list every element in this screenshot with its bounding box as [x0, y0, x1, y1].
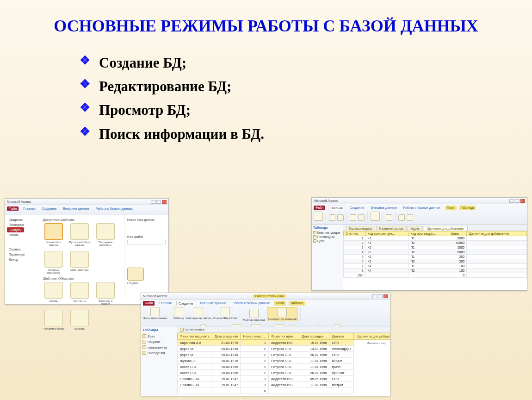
table-row[interactable]: 5К3П1250 [344, 255, 527, 259]
ribbon-button[interactable] [358, 214, 365, 221]
tab-file[interactable]: Файл [314, 206, 325, 210]
template-item[interactable]: Вопросы и задачи [95, 282, 116, 305]
nav-item[interactable]: Посещения [142, 350, 175, 356]
cell[interactable]: 15.06.1998 [299, 340, 329, 346]
cell[interactable]: 5 [344, 255, 366, 259]
cell[interactable]: ОРЗ [329, 376, 354, 382]
column-header[interactable]: Щелкните для добавления [467, 231, 527, 236]
cell[interactable]: 05.05.1998 [299, 376, 329, 382]
cell[interactable] [467, 269, 527, 273]
cell[interactable]: 1 [241, 382, 269, 388]
table-row[interactable]: 0 [178, 388, 390, 394]
tab-external[interactable]: Внешние данные [369, 206, 398, 210]
tab-home[interactable]: Главная [328, 206, 345, 210]
cell[interactable]: П1 [408, 264, 449, 269]
cell[interactable]: 1 [241, 376, 269, 382]
ribbon-button[interactable]: Части приложения [143, 307, 167, 319]
ribbon-button[interactable] [398, 214, 405, 221]
minimize-button[interactable] [151, 200, 155, 204]
minimize-button[interactable] [372, 294, 377, 298]
cell[interactable]: (№) [344, 273, 366, 278]
cell[interactable]: 20.04.1965 [212, 370, 241, 376]
cell[interactable] [408, 273, 449, 278]
maximize-button[interactable] [515, 199, 520, 203]
template-item[interactable]: Контакты [69, 282, 90, 305]
cell[interactable]: К4 [365, 264, 408, 269]
cell[interactable]: 20.04.1965 [212, 364, 241, 370]
tab-dbtools[interactable]: Работа с базами данных [402, 206, 442, 210]
close-button[interactable] [162, 200, 167, 204]
cell[interactable] [467, 250, 527, 255]
cell[interactable] [268, 388, 299, 394]
ribbon-button[interactable] [407, 214, 413, 221]
cell[interactable]: 14.03.1998 [299, 346, 329, 352]
template-item[interactable]: Образцы шаблонов [43, 251, 64, 274]
cell[interactable]: 05.03.1930 [212, 352, 241, 358]
nav-item[interactable]: поликлиника [142, 344, 175, 350]
template-item[interactable]: Последние шаблоны [95, 223, 116, 246]
cell[interactable]: 2 [241, 370, 269, 376]
cell[interactable] [178, 388, 212, 394]
nav-item[interactable]: Последние [7, 222, 38, 227]
table-row[interactable]: Дуров М.Т.05.03.19302Петрова О.И.26.07.1… [178, 352, 390, 358]
nav-item[interactable]: Комплектующие [313, 231, 341, 235]
cell[interactable]: Лосев О.И. [178, 364, 212, 370]
template-item[interactable]: Проекты [69, 310, 90, 330]
cell[interactable]: 10000 [449, 241, 467, 245]
filename-input[interactable] [127, 240, 166, 244]
cell[interactable]: 30.01.1970 [212, 358, 241, 364]
table-row[interactable]: 4К2П26000 [344, 250, 527, 255]
nav-item[interactable]: Параметры [7, 252, 38, 257]
cell[interactable]: 2 [241, 364, 269, 370]
cell[interactable] [467, 236, 527, 241]
tab-dbtools[interactable]: Работа с базами данных [94, 206, 135, 211]
cell[interactable]: 3 [344, 245, 366, 250]
cell[interactable]: 0 [449, 273, 467, 278]
cell[interactable] [467, 255, 527, 259]
cell[interactable]: Баранова А.А [178, 340, 212, 346]
cell[interactable]: Дуров М.Т. [178, 352, 212, 358]
cell[interactable] [212, 388, 241, 394]
cell[interactable] [467, 264, 527, 269]
close-button[interactable] [384, 294, 388, 298]
cell[interactable]: 1 [344, 236, 366, 241]
table-row[interactable]: 6К3П2300 [344, 259, 527, 264]
nav-item[interactable]: Поставщики [313, 235, 341, 239]
cell[interactable]: Петрова О.И. [268, 370, 299, 376]
cell[interactable]: 26.07.1998 [299, 370, 329, 376]
maximize-button[interactable] [378, 294, 383, 298]
cell[interactable]: ОРЗ [329, 352, 354, 358]
cell[interactable]: Петрова О.И. [268, 352, 299, 358]
table-row[interactable]: Баранова А.А01.04.19751Андреева И.В.15.0… [178, 340, 390, 346]
ribbon-button[interactable] [371, 212, 380, 221]
cell[interactable]: 05.03.1930 [212, 346, 241, 352]
ribbon-button[interactable] [350, 214, 356, 221]
ribbon-button[interactable] [329, 214, 335, 221]
column-header[interactable]: Фамилия врач… [268, 333, 299, 340]
cell[interactable]: 11.04.1998 [299, 358, 329, 364]
ribbon-button[interactable]: Мастер запросов [243, 309, 265, 321]
cell[interactable]: 1 [241, 340, 269, 346]
table-row[interactable]: Орлова Е.Ю.25.01.19471Андреева И.В.05.05… [178, 376, 390, 382]
ribbon-button[interactable]: Конструктор таблиц [186, 307, 211, 319]
doc-tab[interactable]: Код поставщика [346, 226, 375, 231]
cell[interactable]: стенокардия [329, 346, 354, 352]
cell[interactable]: Андреева И.В. [268, 376, 299, 382]
data-table[interactable]: Фамилия пациентаДата рожденияНомер участ… [177, 333, 390, 394]
cell[interactable]: К3 [365, 259, 408, 264]
template-item[interactable]: Некоммерческие [43, 310, 64, 330]
template-item[interactable]: Активы [43, 282, 64, 305]
cell[interactable]: 100 [449, 269, 467, 273]
column-header[interactable]: Код комплектую… [365, 231, 408, 236]
cell[interactable]: К1 [365, 241, 408, 245]
doc-tab[interactable]: Адрес [408, 226, 423, 231]
maximize-button[interactable] [156, 200, 161, 204]
tab-create[interactable]: Создание [176, 301, 196, 306]
tab-home[interactable]: Главная [21, 206, 37, 211]
table-row[interactable]: Лосев О.И.20.04.19652Петрова О.И.26.07.1… [178, 370, 390, 376]
column-header[interactable]: Код поставщик… [408, 231, 449, 236]
ribbon-button-active[interactable]: Конструктор запросов [267, 307, 297, 321]
cell[interactable]: 25.01.1947 [212, 376, 241, 382]
cell[interactable]: 0 [241, 388, 269, 394]
cell[interactable]: Андреева И.В. [268, 382, 299, 388]
